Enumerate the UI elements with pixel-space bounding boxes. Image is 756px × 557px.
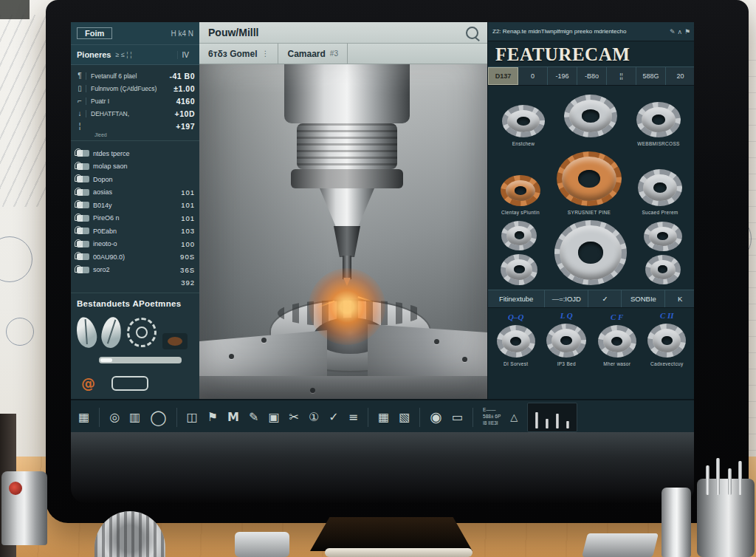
metal-plate: [582, 533, 659, 557]
tool-icon: ▯: [74, 84, 86, 92]
powermill-titlebar: Pouw/Milll: [199, 22, 487, 44]
flag-icon[interactable]: ⚑: [207, 411, 218, 423]
silver-pot-gear-image: [554, 220, 627, 285]
value-field[interactable]: —=:IOJD: [545, 290, 588, 307]
tab-camaard[interactable]: Camaard #3: [278, 44, 347, 64]
pencil-icon[interactable]: ✎: [670, 28, 676, 35]
cutter-icon: [77, 202, 89, 208]
cone-icon[interactable]: △: [510, 412, 518, 422]
tree-item[interactable]: B014y 101: [77, 199, 195, 212]
spiral-icon[interactable]: @: [81, 375, 95, 392]
tree-item[interactable]: P0Eabn 103: [77, 225, 195, 238]
cutter-icon: [77, 267, 89, 273]
tool-icon: ¶: [74, 72, 86, 80]
featurecam-actionbar: Fitinextube —=:IOJD ✓ SONBIe K: [488, 290, 694, 308]
person-icon[interactable]: K: [665, 290, 694, 307]
columns-icon[interactable]: ◫: [187, 411, 198, 423]
gear-thumbnail[interactable]: SYRUSNIET PINE: [557, 151, 622, 216]
transport-icons[interactable]: H k4 N: [171, 30, 193, 38]
toolbar-cell-588g[interactable]: 588G: [636, 67, 666, 85]
clamp-icon[interactable]: M: [227, 411, 239, 423]
tree-item[interactable]: ntdes tperce: [77, 147, 195, 160]
blueprint-hatch-left: [0, 15, 46, 207]
gear-thumbnail[interactable]: [564, 95, 617, 147]
tree-item[interactable]: 00AU90.0) 90S: [77, 250, 195, 264]
caret-icon[interactable]: ʌ: [678, 28, 681, 35]
cutter-icon: [77, 241, 89, 247]
scissors-icon[interactable]: ✂: [289, 411, 299, 423]
tool-bits-preview[interactable]: [527, 403, 577, 432]
toolbar-cell-d137[interactable]: D137: [488, 67, 518, 85]
list-icon[interactable]: ≡: [348, 411, 358, 423]
app-title: Pouw/Milll: [208, 27, 258, 38]
sonbie-button[interactable]: SONBIe: [622, 290, 665, 307]
param-row[interactable]: ⌐ Puatr I 4160: [74, 95, 195, 107]
toolbar-cell-shield[interactable]: 0: [518, 67, 548, 85]
camera-icon[interactable]: ◉: [430, 410, 442, 424]
silver-gear-image[interactable]: [645, 255, 681, 284]
book-check-icon[interactable]: ✓: [329, 411, 338, 423]
metal-block: [235, 532, 289, 557]
gear-thumbnail[interactable]: [554, 220, 627, 285]
silver-gear-image: [636, 102, 681, 137]
param-row[interactable]: ¶ Fvetanulf 6 plael -41 B0: [74, 69, 195, 82]
tree-item[interactable]: aosias 101: [77, 186, 195, 199]
machining-viewport[interactable]: [199, 64, 487, 400]
check-icon[interactable]: ✓: [588, 290, 622, 307]
param-row[interactable]: ↓ DEHATFTAN, +10D: [74, 107, 195, 120]
image-icon[interactable]: ▧: [399, 411, 410, 423]
gear-thumbnail[interactable]: Q–Q DI Sorvest: [497, 312, 535, 367]
silver-gear-image[interactable]: [644, 222, 682, 251]
toolbar-cell-196[interactable]: -196: [548, 67, 577, 85]
form-menu-button[interactable]: Foim: [77, 27, 112, 39]
tree-item[interactable]: PireO6 n 101: [77, 212, 195, 225]
silver-gear-image[interactable]: [501, 254, 537, 285]
pioneres-menu-button[interactable]: Pioneres: [77, 50, 111, 59]
toolbar-cell-b8o[interactable]: -B8o: [577, 67, 607, 85]
center-pane: Pouw/Milll 6тδз Gomel ⋮ Camaard #3: [199, 22, 487, 399]
grid-icon[interactable]: ▦: [78, 411, 89, 423]
cutter-icon: [77, 176, 89, 182]
monitor-stand-base: [325, 548, 472, 557]
param-row[interactable]: ▯ Fulnnvom (ÇAtldFuecs) ±1.00: [74, 82, 195, 95]
tree-item[interactable]: 392: [77, 276, 195, 290]
outline-button[interactable]: [111, 376, 148, 391]
toolbar-cell-pins[interactable]: ¦¦: [607, 67, 636, 85]
silver-gear-image[interactable]: [501, 221, 537, 250]
loop-icon[interactable]: ◯: [150, 410, 166, 425]
tab-gomel[interactable]: 6тδз Gomel ⋮: [199, 44, 278, 64]
blueprint-dark-corner: [0, 0, 30, 19]
toolbar-cell-20[interactable]: 20: [666, 67, 694, 85]
gear-thumbnail[interactable]: WEBBMISRCOSS: [636, 102, 681, 147]
flag-icon[interactable]: ⚑: [684, 28, 690, 35]
emblem-icon[interactable]: ◎: [109, 411, 120, 423]
fixture-icon[interactable]: ▣: [268, 411, 279, 423]
param-row[interactable]: ¦ +197: [74, 120, 195, 132]
tree-item[interactable]: Dopon: [77, 173, 195, 186]
chart-icon[interactable]: ▥: [129, 411, 140, 423]
components-section: Bestanduets APoetmnes @: [71, 293, 199, 392]
monitor-stand: [310, 517, 472, 551]
calc-icon[interactable]: ▦: [378, 411, 389, 423]
search-icon[interactable]: [466, 27, 478, 39]
metal-cylinder: [662, 488, 691, 557]
bottom-toolbar: ▦ ◎ ▥ ◯ ◫ ⚑ M ✎ ▣ ✂ ① ✓ ≡ ▦ ▧ ◉ ▭ E—— 58…: [71, 399, 694, 432]
gear-thumbnail[interactable]: Sucaed Prerem: [638, 169, 682, 216]
tree-item[interactable]: ineoto-o 100: [77, 238, 195, 251]
trowel-icon[interactable]: ✎: [249, 411, 258, 423]
fixture-tab[interactable]: Fitinextube: [488, 290, 545, 307]
gear-thumbnail[interactable]: Clentay sPiuntin: [501, 175, 540, 216]
silver-gear-image: [502, 105, 545, 137]
one-icon[interactable]: ①: [309, 411, 319, 423]
gear-thumbnail[interactable]: C II Cadxevectcuy: [647, 311, 686, 367]
iv-toggle[interactable]: IV: [177, 51, 193, 59]
tape-icon[interactable]: ▭: [452, 411, 463, 423]
gear-thumbnail[interactable]: Enstchew: [502, 105, 545, 147]
gear-thumbnail[interactable]: L Q IP3 Bed: [546, 311, 586, 367]
gear-thumbnail[interactable]: C F Mher wasor: [598, 312, 636, 367]
tree-item[interactable]: soro2 36S: [77, 264, 195, 277]
sort-marks[interactable]: ≥ ≤ ¦ ¦: [115, 51, 131, 58]
numeric-readout: E—— 588± 6P I8 IIE3I: [483, 407, 501, 426]
status-message: Z2: Renap.te midnTlwnplfmign preeko mdri…: [492, 28, 667, 35]
tree-item[interactable]: molap saon: [77, 160, 195, 174]
